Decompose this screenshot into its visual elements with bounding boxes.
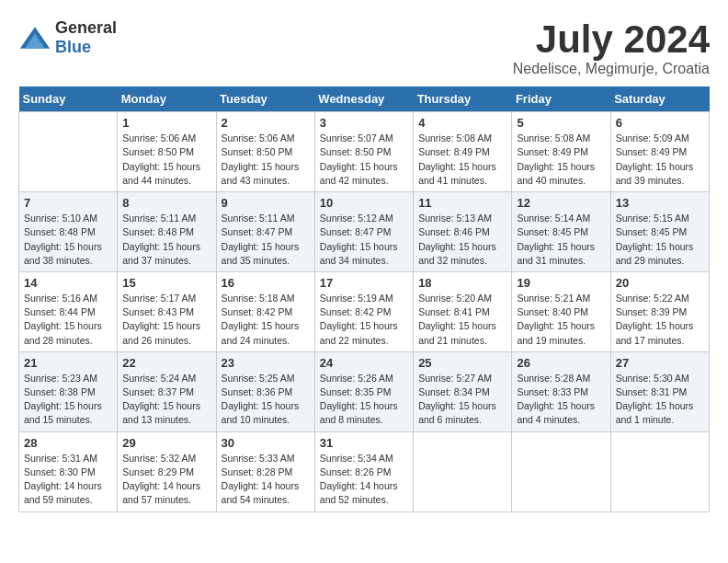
day-header-sunday: Sunday [19,86,118,112]
day-number: 12 [517,196,605,210]
calendar-cell: 18Sunrise: 5:20 AM Sunset: 8:41 PM Dayli… [414,271,512,351]
calendar-cell: 16Sunrise: 5:18 AM Sunset: 8:42 PM Dayli… [216,271,314,351]
day-info: Sunrise: 5:18 AM Sunset: 8:42 PM Dayligh… [222,292,310,348]
day-number: 1 [122,116,210,130]
day-number: 13 [616,196,704,210]
calendar-cell: 21Sunrise: 5:23 AM Sunset: 8:38 PM Dayli… [19,351,118,431]
day-info: Sunrise: 5:17 AM Sunset: 8:43 PM Dayligh… [122,292,210,348]
day-header-friday: Friday [512,86,610,112]
day-info: Sunrise: 5:27 AM Sunset: 8:34 PM Dayligh… [418,372,506,428]
day-info: Sunrise: 5:12 AM Sunset: 8:47 PM Dayligh… [320,212,408,268]
day-number: 27 [616,356,704,370]
day-info: Sunrise: 5:08 AM Sunset: 8:49 PM Dayligh… [517,132,605,188]
calendar-cell: 26Sunrise: 5:28 AM Sunset: 8:33 PM Dayli… [512,351,610,431]
logo-general: General [55,18,117,37]
logo-icon [18,25,51,51]
day-info: Sunrise: 5:25 AM Sunset: 8:36 PM Dayligh… [222,372,310,428]
day-header-wednesday: Wednesday [314,86,413,112]
week-row-3: 14Sunrise: 5:16 AM Sunset: 8:44 PM Dayli… [19,271,710,351]
calendar-cell: 28Sunrise: 5:31 AM Sunset: 8:30 PM Dayli… [19,431,118,511]
week-row-4: 21Sunrise: 5:23 AM Sunset: 8:38 PM Dayli… [19,351,710,431]
day-number: 28 [24,436,112,450]
day-number: 21 [24,356,112,370]
calendar-cell: 10Sunrise: 5:12 AM Sunset: 8:47 PM Dayli… [314,192,413,272]
day-info: Sunrise: 5:28 AM Sunset: 8:33 PM Dayligh… [517,372,605,428]
calendar-cell: 9Sunrise: 5:11 AM Sunset: 8:47 PM Daylig… [216,192,314,272]
calendar-cell: 15Sunrise: 5:17 AM Sunset: 8:43 PM Dayli… [118,271,216,351]
calendar-cell: 20Sunrise: 5:22 AM Sunset: 8:39 PM Dayli… [610,271,709,351]
calendar-cell: 17Sunrise: 5:19 AM Sunset: 8:42 PM Dayli… [314,271,413,351]
calendar-cell: 19Sunrise: 5:21 AM Sunset: 8:40 PM Dayli… [512,271,610,351]
header: General Blue July 2024 Nedelisce, Megimu… [18,18,710,77]
calendar-cell [610,431,709,511]
day-number: 2 [222,116,310,130]
day-info: Sunrise: 5:07 AM Sunset: 8:50 PM Dayligh… [320,132,408,188]
calendar-cell: 3Sunrise: 5:07 AM Sunset: 8:50 PM Daylig… [314,112,413,192]
calendar-cell: 7Sunrise: 5:10 AM Sunset: 8:48 PM Daylig… [19,192,118,272]
calendar-table: SundayMondayTuesdayWednesdayThursdayFrid… [18,86,710,511]
day-number: 26 [517,356,605,370]
day-number: 24 [320,356,408,370]
calendar-cell: 30Sunrise: 5:33 AM Sunset: 8:28 PM Dayli… [216,431,314,511]
calendar-cell: 6Sunrise: 5:09 AM Sunset: 8:49 PM Daylig… [610,112,709,192]
day-info: Sunrise: 5:21 AM Sunset: 8:40 PM Dayligh… [517,292,605,348]
week-row-5: 28Sunrise: 5:31 AM Sunset: 8:30 PM Dayli… [19,431,710,511]
day-number: 16 [222,276,310,290]
day-info: Sunrise: 5:16 AM Sunset: 8:44 PM Dayligh… [24,292,112,348]
calendar-cell [414,431,512,511]
day-info: Sunrise: 5:08 AM Sunset: 8:49 PM Dayligh… [418,132,506,188]
day-info: Sunrise: 5:31 AM Sunset: 8:30 PM Dayligh… [24,452,112,508]
day-info: Sunrise: 5:06 AM Sunset: 8:50 PM Dayligh… [122,132,210,188]
day-info: Sunrise: 5:09 AM Sunset: 8:49 PM Dayligh… [616,132,704,188]
calendar-cell [19,112,118,192]
day-header-thursday: Thursday [414,86,512,112]
day-number: 20 [616,276,704,290]
day-info: Sunrise: 5:11 AM Sunset: 8:48 PM Dayligh… [122,212,210,268]
day-info: Sunrise: 5:34 AM Sunset: 8:26 PM Dayligh… [320,452,408,508]
day-number: 10 [320,196,408,210]
calendar-cell: 29Sunrise: 5:32 AM Sunset: 8:29 PM Dayli… [118,431,216,511]
day-number: 15 [122,276,210,290]
day-number: 4 [418,116,506,130]
day-info: Sunrise: 5:30 AM Sunset: 8:31 PM Dayligh… [616,372,704,428]
day-info: Sunrise: 5:24 AM Sunset: 8:37 PM Dayligh… [122,372,210,428]
week-row-1: 1Sunrise: 5:06 AM Sunset: 8:50 PM Daylig… [19,112,710,192]
day-number: 3 [320,116,408,130]
calendar-cell: 13Sunrise: 5:15 AM Sunset: 8:45 PM Dayli… [610,192,709,272]
day-number: 7 [24,196,112,210]
day-number: 19 [517,276,605,290]
calendar-cell: 22Sunrise: 5:24 AM Sunset: 8:37 PM Dayli… [118,351,216,431]
calendar-cell: 8Sunrise: 5:11 AM Sunset: 8:48 PM Daylig… [118,192,216,272]
calendar-cell: 14Sunrise: 5:16 AM Sunset: 8:44 PM Dayli… [19,271,118,351]
day-header-saturday: Saturday [610,86,709,112]
calendar-cell: 1Sunrise: 5:06 AM Sunset: 8:50 PM Daylig… [118,112,216,192]
calendar-cell [512,431,610,511]
calendar-cell: 4Sunrise: 5:08 AM Sunset: 8:49 PM Daylig… [414,112,512,192]
day-info: Sunrise: 5:13 AM Sunset: 8:46 PM Dayligh… [418,212,506,268]
day-info: Sunrise: 5:32 AM Sunset: 8:29 PM Dayligh… [122,452,210,508]
day-info: Sunrise: 5:23 AM Sunset: 8:38 PM Dayligh… [24,372,112,428]
day-number: 14 [24,276,112,290]
logo: General Blue [18,18,117,57]
day-number: 25 [418,356,506,370]
day-info: Sunrise: 5:11 AM Sunset: 8:47 PM Dayligh… [222,212,310,268]
day-info: Sunrise: 5:20 AM Sunset: 8:41 PM Dayligh… [418,292,506,348]
day-info: Sunrise: 5:26 AM Sunset: 8:35 PM Dayligh… [320,372,408,428]
day-number: 29 [122,436,210,450]
week-row-2: 7Sunrise: 5:10 AM Sunset: 8:48 PM Daylig… [19,192,710,272]
day-info: Sunrise: 5:14 AM Sunset: 8:45 PM Dayligh… [517,212,605,268]
title-area: July 2024 Nedelisce, Megimurje, Croatia [513,18,710,77]
calendar-cell: 23Sunrise: 5:25 AM Sunset: 8:36 PM Dayli… [216,351,314,431]
calendar-cell: 2Sunrise: 5:06 AM Sunset: 8:50 PM Daylig… [216,112,314,192]
day-number: 6 [616,116,704,130]
month-title: July 2024 [513,18,710,61]
day-info: Sunrise: 5:06 AM Sunset: 8:50 PM Dayligh… [222,132,310,188]
calendar-cell: 25Sunrise: 5:27 AM Sunset: 8:34 PM Dayli… [414,351,512,431]
day-number: 31 [320,436,408,450]
day-number: 9 [222,196,310,210]
day-info: Sunrise: 5:19 AM Sunset: 8:42 PM Dayligh… [320,292,408,348]
day-number: 30 [222,436,310,450]
calendar-cell: 11Sunrise: 5:13 AM Sunset: 8:46 PM Dayli… [414,192,512,272]
day-info: Sunrise: 5:15 AM Sunset: 8:45 PM Dayligh… [616,212,704,268]
day-info: Sunrise: 5:33 AM Sunset: 8:28 PM Dayligh… [222,452,310,508]
